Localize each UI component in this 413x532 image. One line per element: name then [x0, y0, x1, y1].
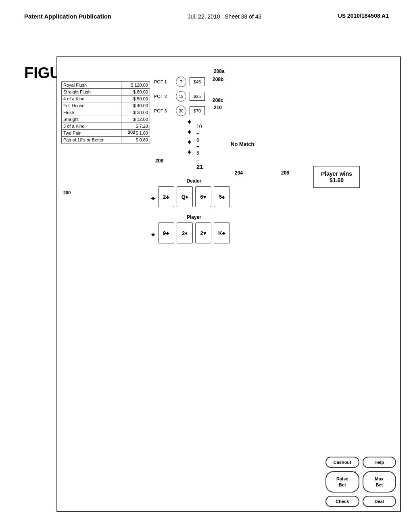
player-wins-line2: $1.60: [321, 177, 352, 183]
pot-3-amount: $70: [190, 106, 205, 115]
pay-table-row: Two Pair$ 1.60: [62, 130, 150, 137]
pay-table-row: Flush$ 30.00: [62, 109, 150, 116]
pay-table-row: Pair of 10's or Better$ 0.80: [62, 137, 150, 143]
hand-name: Pair of 10's or Better: [62, 137, 121, 143]
pots-area: POT 1 7 $45 POT 2 19 $25 POT 3 30 $70: [154, 77, 205, 119]
label-208: 208: [155, 158, 163, 164]
dealer-card-4: 5♠: [214, 186, 230, 207]
pay-table-row: 4 of a Kind$ 50.00: [62, 96, 150, 102]
action-result: 21: [196, 163, 203, 170]
hand-payout: $ 120.00: [121, 82, 150, 89]
pay-table-grid: Royal Flush$ 120.00Straight Flush$ 80.00…: [61, 81, 150, 143]
star-4: ✦: [186, 148, 192, 157]
pot-3-row: POT 3 30 $70: [154, 106, 205, 116]
raise-bet-button[interactable]: RaiseBet: [325, 471, 359, 493]
publication-title: Patent Application Publication: [24, 12, 111, 21]
pot-1-label: POT 1: [154, 79, 174, 84]
player-card-3: 2♥: [195, 222, 211, 243]
button-row-2: RaiseBet MaxBet: [325, 471, 396, 493]
pay-table-row: Full House$ 40.00: [62, 102, 150, 109]
action-plus2: +: [196, 144, 203, 150]
label-210: 210: [214, 105, 222, 110]
dealer-card-2: Q♦: [177, 186, 193, 207]
star-3: ✦: [186, 138, 192, 147]
action-plus1: +: [196, 131, 203, 137]
hand-payout: $ 12.00: [121, 116, 150, 123]
hand-name: Flush: [62, 109, 121, 116]
pay-table-row: Straight$ 12.00: [62, 116, 150, 123]
label-208b: 208b: [213, 77, 223, 82]
hand-payout: $ 50.00: [121, 96, 150, 102]
player-card-4: K♣: [214, 222, 230, 243]
action-val2: 6: [196, 137, 203, 143]
pot-1-row: POT 1 7 $45: [154, 77, 205, 87]
check-button[interactable]: Check: [325, 496, 359, 507]
dealer-cards: 2♣ Q♦ 6♥ 5♠: [158, 186, 230, 207]
hand-payout: $ 30.00: [121, 109, 150, 116]
player-wins-line1: Player wins: [321, 170, 352, 177]
action-equation: 10 + 6 + 5 = 21: [196, 124, 203, 170]
pay-table-row: Royal Flush$ 120.00: [62, 82, 150, 89]
hand-name: Two Pair: [62, 130, 121, 137]
player-label: Player: [158, 214, 230, 220]
hand-payout: $ 7.20: [121, 123, 150, 130]
star-1: ✦: [186, 118, 192, 127]
pot-3-circle: 30: [176, 106, 186, 116]
hand-name: Full House: [62, 102, 121, 109]
help-button[interactable]: Help: [363, 457, 396, 468]
label-208c: 208c: [213, 98, 223, 103]
page-header: Patent Application Publication Jul. 22, …: [0, 12, 413, 21]
player-card-1: 9♣: [158, 222, 174, 243]
hand-payout: $ 80.00: [121, 89, 150, 96]
pay-table-row: Straight Flush$ 80.00: [62, 89, 150, 96]
action-equals: =: [196, 157, 203, 162]
pub-date: Jul. 22, 2010: [188, 13, 220, 20]
header-date-sheet: Jul. 22, 2010 Sheet 38 of 43: [188, 12, 261, 21]
action-val1: 10: [196, 124, 203, 129]
star-player: ✦: [150, 231, 156, 239]
action-val3: 5: [196, 150, 203, 156]
star-2: ✦: [186, 128, 192, 137]
player-card-2: 2♦: [177, 222, 193, 243]
pay-table: Royal Flush$ 120.00Straight Flush$ 80.00…: [61, 81, 150, 143]
sheet-info: Sheet 38 of 43: [225, 13, 261, 20]
hand-name: Royal Flush: [62, 82, 121, 89]
label-206: 206: [281, 170, 289, 176]
dealer-section: Dealer 2♣ Q♦ 6♥ 5♠: [158, 178, 230, 207]
label-204: 204: [235, 170, 243, 176]
player-cards: 9♣ 2♦ 2♥ K♣: [158, 222, 230, 243]
diagram-box: 200 202 Royal Flush$ 120.00Straight Flus…: [56, 56, 401, 512]
hand-payout: $ 0.80: [121, 137, 150, 143]
dealer-label: Dealer: [158, 178, 230, 184]
button-row-3: Check Deal: [325, 496, 396, 507]
hand-name: Straight Flush: [62, 89, 121, 96]
max-bet-button[interactable]: MaxBet: [363, 471, 396, 493]
pot-2-circle: 19: [176, 91, 186, 102]
player-section: Player 9♣ 2♦ 2♥ K♣: [158, 214, 230, 243]
dealer-card-3: 6♥: [195, 186, 211, 207]
hand-name: Straight: [62, 116, 121, 123]
button-panel: Cashout Help RaiseBet MaxBet Check Deal: [325, 457, 396, 507]
pot-1-amount: $45: [190, 77, 205, 86]
button-row-1: Cashout Help: [325, 457, 396, 468]
cashout-button[interactable]: Cashout: [325, 457, 359, 468]
star-dealer: ✦: [150, 194, 156, 203]
deal-button[interactable]: Deal: [363, 496, 396, 507]
pot-2-label: POT 2: [154, 94, 174, 99]
pot-1-circle: 7: [176, 77, 186, 87]
player-wins-box: Player wins $1.60: [313, 166, 360, 188]
dealer-card-1: 2♣: [158, 186, 174, 207]
pay-table-row: 3 of a Kind$ 7.20: [62, 123, 150, 130]
patent-number: US 2010/184508 A1: [338, 12, 389, 20]
pot-2-amount: $25: [190, 92, 205, 101]
pot-3-label: POT 3: [154, 108, 174, 113]
hand-name: 4 of a Kind: [62, 96, 121, 102]
hand-payout: $ 40.00: [121, 102, 150, 109]
no-match-label: No Match: [231, 141, 254, 147]
hand-name: 3 of a Kind: [62, 123, 121, 130]
label-208a: 208a: [214, 69, 225, 74]
label-200: 200: [63, 190, 71, 195]
hand-payout: $ 1.60: [121, 130, 150, 137]
pot-2-row: POT 2 19 $25: [154, 91, 205, 102]
